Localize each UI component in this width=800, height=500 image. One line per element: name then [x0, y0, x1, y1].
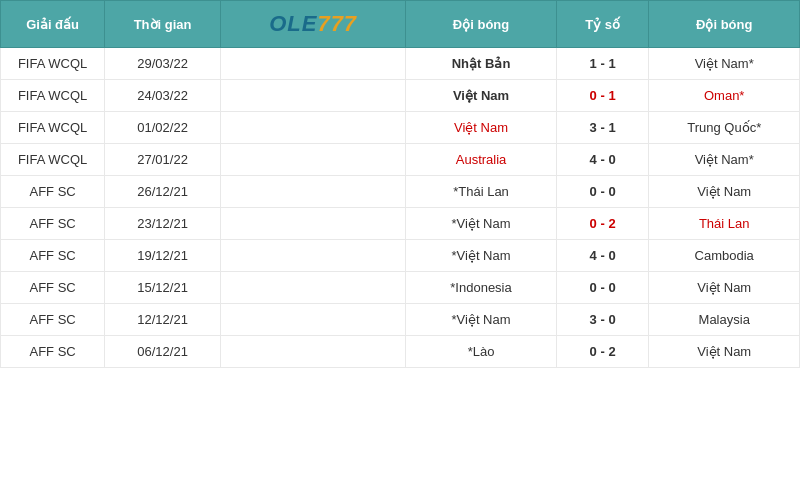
cell-score: 0 - 2: [556, 208, 649, 240]
cell-date: 19/12/21: [105, 240, 221, 272]
cell-team1: Australia: [406, 144, 557, 176]
cell-team2: Việt Nam: [649, 272, 800, 304]
cell-score: 4 - 0: [556, 144, 649, 176]
cell-logo: [221, 48, 406, 80]
cell-league: AFF SC: [1, 240, 105, 272]
cell-logo: [221, 80, 406, 112]
table-row: AFF SC15/12/21*Indonesia0 - 0Việt Nam: [1, 272, 800, 304]
logo-777-text: 777: [317, 11, 357, 37]
header-score: Tỷ số: [556, 1, 649, 48]
cell-team1: *Indonesia: [406, 272, 557, 304]
table-row: FIFA WCQL24/03/22Việt Nam0 - 1Oman*: [1, 80, 800, 112]
cell-date: 27/01/22: [105, 144, 221, 176]
cell-team2: Thái Lan: [649, 208, 800, 240]
table-row: AFF SC23/12/21*Việt Nam0 - 2Thái Lan: [1, 208, 800, 240]
cell-score: 4 - 0: [556, 240, 649, 272]
table-row: AFF SC06/12/21*Lào0 - 2Việt Nam: [1, 336, 800, 368]
cell-team1: *Việt Nam: [406, 208, 557, 240]
cell-team2: Việt Nam: [649, 336, 800, 368]
cell-league: AFF SC: [1, 336, 105, 368]
cell-league: AFF SC: [1, 208, 105, 240]
cell-logo: [221, 304, 406, 336]
cell-league: FIFA WCQL: [1, 80, 105, 112]
table-row: AFF SC26/12/21*Thái Lan0 - 0Việt Nam: [1, 176, 800, 208]
cell-league: FIFA WCQL: [1, 112, 105, 144]
cell-logo: [221, 112, 406, 144]
cell-logo: [221, 240, 406, 272]
table-row: FIFA WCQL29/03/22Nhật Bản1 - 1Việt Nam*: [1, 48, 800, 80]
cell-date: 23/12/21: [105, 208, 221, 240]
cell-team2: Malaysia: [649, 304, 800, 336]
cell-league: AFF SC: [1, 304, 105, 336]
table-row: AFF SC12/12/21*Việt Nam3 - 0Malaysia: [1, 304, 800, 336]
cell-score: 0 - 0: [556, 176, 649, 208]
cell-team1: Nhật Bản: [406, 48, 557, 80]
cell-date: 26/12/21: [105, 176, 221, 208]
cell-team1: *Việt Nam: [406, 240, 557, 272]
header-logo: OLE777: [221, 1, 406, 48]
cell-logo: [221, 144, 406, 176]
cell-league: FIFA WCQL: [1, 48, 105, 80]
header-date: Thời gian: [105, 1, 221, 48]
cell-date: 15/12/21: [105, 272, 221, 304]
table-row: AFF SC19/12/21*Việt Nam4 - 0Cambodia: [1, 240, 800, 272]
header-league: Giải đấu: [1, 1, 105, 48]
cell-date: 29/03/22: [105, 48, 221, 80]
cell-team2: Cambodia: [649, 240, 800, 272]
header-team1: Đội bóng: [406, 1, 557, 48]
cell-team1: Việt Nam: [406, 80, 557, 112]
cell-score: 0 - 2: [556, 336, 649, 368]
cell-date: 01/02/22: [105, 112, 221, 144]
cell-logo: [221, 272, 406, 304]
cell-score: 3 - 1: [556, 112, 649, 144]
table-row: FIFA WCQL01/02/22Việt Nam3 - 1Trung Quốc…: [1, 112, 800, 144]
cell-score: 1 - 1: [556, 48, 649, 80]
cell-date: 24/03/22: [105, 80, 221, 112]
cell-date: 12/12/21: [105, 304, 221, 336]
cell-team2: Trung Quốc*: [649, 112, 800, 144]
cell-team1: Việt Nam: [406, 112, 557, 144]
cell-team2: Oman*: [649, 80, 800, 112]
cell-team1: *Việt Nam: [406, 304, 557, 336]
cell-logo: [221, 336, 406, 368]
cell-score: 0 - 1: [556, 80, 649, 112]
logo-ole-text: OLE: [269, 11, 317, 37]
table-row: FIFA WCQL27/01/22Australia4 - 0Việt Nam*: [1, 144, 800, 176]
cell-score: 0 - 0: [556, 272, 649, 304]
cell-team1: *Thái Lan: [406, 176, 557, 208]
cell-logo: [221, 208, 406, 240]
cell-score: 3 - 0: [556, 304, 649, 336]
cell-team1: *Lào: [406, 336, 557, 368]
cell-league: AFF SC: [1, 176, 105, 208]
cell-team2: Việt Nam*: [649, 48, 800, 80]
cell-team2: Việt Nam: [649, 176, 800, 208]
cell-league: AFF SC: [1, 272, 105, 304]
cell-team2: Việt Nam*: [649, 144, 800, 176]
cell-date: 06/12/21: [105, 336, 221, 368]
ole-logo: OLE777: [269, 11, 357, 37]
cell-logo: [221, 176, 406, 208]
cell-league: FIFA WCQL: [1, 144, 105, 176]
header-team2: Đội bóng: [649, 1, 800, 48]
